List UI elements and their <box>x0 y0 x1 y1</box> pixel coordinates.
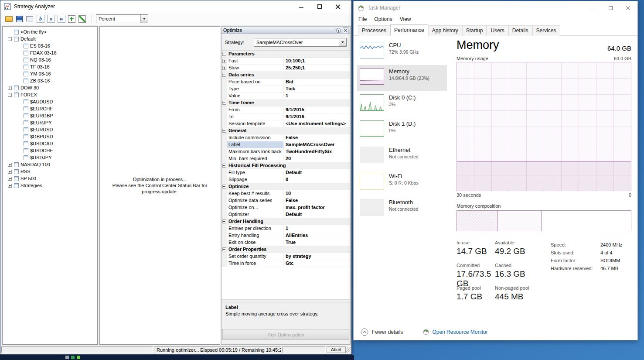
expander-icon[interactable] <box>222 73 226 77</box>
tree-item[interactable]: $USDCHF <box>3 147 97 154</box>
tree-item[interactable]: Strategies <box>3 182 97 189</box>
menu-item[interactable]: File <box>358 16 367 22</box>
property-row[interactable]: Parameters <box>221 51 350 58</box>
panel-close-button[interactable] <box>343 27 348 33</box>
property-row[interactable]: To 9/1/2016 <box>221 113 350 120</box>
property-value[interactable]: TwoHundredFiftySix <box>284 148 350 155</box>
menu-item[interactable]: Options <box>374 16 392 22</box>
property-row[interactable]: Include commission False <box>221 134 350 141</box>
property-value[interactable]: False <box>284 197 350 204</box>
tab[interactable]: Users <box>487 25 508 36</box>
property-value[interactable]: 1 <box>284 225 350 232</box>
property-row[interactable]: Fast 10;100;1 <box>221 58 350 65</box>
property-row[interactable]: Session template <Use instrument setting… <box>221 120 350 127</box>
menu-item[interactable]: View <box>400 16 411 22</box>
property-value[interactable]: SampleMACrossOver <box>284 141 350 148</box>
expander-icon[interactable] <box>222 164 226 168</box>
property-value[interactable]: False <box>284 134 350 141</box>
close-button[interactable] <box>619 1 637 14</box>
add-icon[interactable] <box>67 14 76 24</box>
expander-icon[interactable] <box>222 219 226 223</box>
property-row[interactable]: Exit on close True <box>221 239 350 246</box>
minimize-button[interactable] <box>584 1 602 14</box>
property-row[interactable]: Entry handling AllEntries <box>221 232 350 239</box>
property-value[interactable]: True <box>284 239 350 246</box>
tree-item[interactable]: $EURUSD <box>3 126 97 133</box>
resize-grip[interactable] <box>346 347 351 353</box>
tab[interactable]: Startup <box>462 25 487 36</box>
task-manager-titlebar[interactable]: Task Manager <box>354 1 637 14</box>
strategy-analyzer-titlebar[interactable]: Strategy Analyzer <box>0 0 351 13</box>
tab[interactable]: App history <box>428 25 462 36</box>
tree-item[interactable]: $USDCAD <box>3 140 97 147</box>
open-icon[interactable] <box>4 14 14 24</box>
backtest-icon[interactable]: b <box>37 15 44 23</box>
property-value[interactable]: Bid <box>284 79 350 85</box>
tree-item[interactable]: $EURCHF <box>3 105 97 112</box>
maximize-button[interactable] <box>602 1 619 14</box>
abort-button[interactable]: Abort <box>327 346 346 353</box>
optimize-icon[interactable]: o <box>47 15 55 23</box>
property-row[interactable]: Optimize on... max. profit factor <box>221 204 350 211</box>
optimize-panel-header[interactable]: Optimize <box>221 27 350 34</box>
property-row[interactable]: Time in force Gtc <box>221 260 350 267</box>
property-value[interactable]: AllEntries <box>284 232 350 239</box>
property-row[interactable]: Entries per direction 1 <box>221 225 350 232</box>
tree-item[interactable]: NASDAQ 100 <box>3 161 97 168</box>
expander-icon[interactable] <box>8 170 12 174</box>
walk-forward-icon[interactable]: w <box>58 15 65 23</box>
tree-item[interactable]: Default <box>3 35 97 42</box>
property-row[interactable]: Data series <box>221 72 350 79</box>
property-row[interactable]: Keep best # results 10 <box>221 190 350 197</box>
expander-icon[interactable] <box>8 184 12 188</box>
display-icon[interactable] <box>25 14 34 24</box>
property-value[interactable]: 25;250;1 <box>284 65 350 71</box>
save-icon[interactable] <box>14 14 24 24</box>
tree-item[interactable]: $GBPUSD <box>3 133 97 140</box>
property-row[interactable]: Order Properties <box>221 246 350 253</box>
property-row[interactable]: Slippage 0 <box>221 176 350 183</box>
property-row[interactable]: Maximum bars look back TwoHundredFiftySi… <box>221 148 350 155</box>
taskbar-app-icon[interactable] <box>65 356 69 359</box>
expander-icon[interactable] <box>8 163 12 167</box>
property-row[interactable]: From 9/1/2015 <box>221 106 350 113</box>
expander-icon[interactable] <box>222 52 226 56</box>
property-value[interactable]: Tick <box>284 86 350 92</box>
property-value[interactable]: by strategy <box>284 253 350 260</box>
property-value[interactable]: 9/1/2015 <box>284 106 350 113</box>
perf-sidebar-item[interactable]: Wi-Fi S: 0 R: 0 Kbps <box>357 170 447 196</box>
fewer-details-button[interactable]: Fewer details <box>361 328 403 336</box>
tree-item[interactable]: <On the fly> <box>3 28 97 35</box>
property-value[interactable]: max. profit factor <box>284 204 350 211</box>
tree-item[interactable]: FDAX 03-16 <box>3 49 97 56</box>
property-row[interactable]: Price based on Bid <box>221 79 350 86</box>
property-row[interactable]: Min. bars required 20 <box>221 155 350 162</box>
display-mode-select[interactable]: Percent <box>96 14 148 23</box>
tab[interactable]: Performance <box>390 24 428 36</box>
minimize-button[interactable] <box>292 2 310 11</box>
expander-icon[interactable] <box>8 93 12 97</box>
perf-sidebar-item[interactable]: Bluetooth Not connected <box>357 196 447 222</box>
property-row[interactable]: Set order quantity by strategy <box>221 253 350 260</box>
run-optimization-button[interactable]: Run Optimization <box>222 329 349 340</box>
pin-icon[interactable] <box>336 28 341 33</box>
property-value[interactable]: Default <box>284 169 350 176</box>
expander-icon[interactable] <box>222 59 226 63</box>
property-row[interactable]: Order Handling <box>221 218 350 225</box>
property-value[interactable]: 20 <box>284 155 350 162</box>
property-row[interactable]: Optimize <box>221 183 350 190</box>
tree-item[interactable]: $EURGBP <box>3 112 97 119</box>
property-row[interactable]: Slow 25;250;1 <box>221 65 350 72</box>
property-row[interactable]: Optimizer Default <box>221 211 350 218</box>
taskbar-app-icon[interactable] <box>71 356 75 359</box>
property-value[interactable]: Gtc <box>284 260 350 267</box>
strategy-select[interactable]: SampleMACrossOver <box>254 38 347 47</box>
tab[interactable]: Services <box>532 25 560 36</box>
tree-item[interactable]: NQ 03-16 <box>3 56 97 63</box>
edit-icon[interactable] <box>77 14 87 24</box>
property-value[interactable]: 9/1/2016 <box>284 113 350 120</box>
expander-icon[interactable] <box>8 37 12 41</box>
property-row[interactable]: Value 1 <box>221 93 350 99</box>
tree-item[interactable]: FOREX <box>3 91 97 98</box>
tree-item[interactable]: YM 03-16 <box>3 70 97 77</box>
